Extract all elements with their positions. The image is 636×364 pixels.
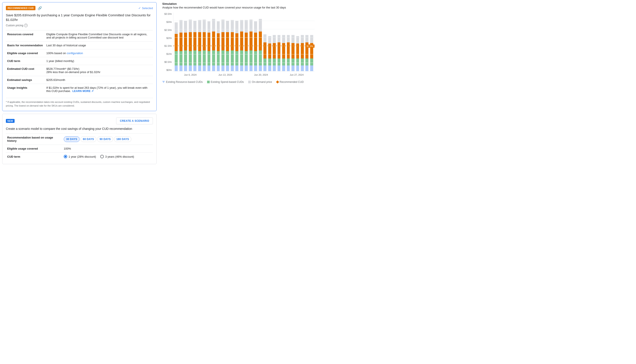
selected-label: ✓ Selected (138, 6, 153, 10)
row-label: Usage insights (6, 84, 45, 95)
radio-3-year[interactable]: 3 years (46% discount) (100, 155, 134, 158)
scenario-card: NEW CREATE A SCENARIO Create a scenario … (2, 114, 156, 164)
bar-group (198, 12, 202, 71)
bar-segment (226, 21, 229, 32)
bar-segment (175, 51, 178, 66)
bar-segment (203, 50, 206, 66)
row-value: 1 year (28% discount) 3 years (46% disco… (62, 153, 153, 161)
bar-segment (212, 66, 215, 71)
bar-segment (264, 34, 266, 42)
y-label: $2.5/hr (164, 29, 172, 31)
bar-segment (212, 50, 215, 66)
bar-segment (254, 66, 257, 71)
cud-card: RECOMMENDED CUD 🔗 ✓ Selected Save $205.6… (2, 2, 156, 111)
bar-segment (231, 66, 234, 71)
bar-segment (259, 19, 262, 32)
x-label: Jun 20, 2024 (254, 74, 268, 76)
chip-90-days[interactable]: 90 DAYS (97, 136, 113, 142)
bar-segment (310, 35, 313, 43)
scenario-title: Create a scenario model to compare the c… (6, 127, 153, 130)
bar-segment (217, 51, 220, 66)
table-row: Usage insights If $1.02/hr is spent for … (6, 84, 153, 95)
bar-segment (282, 58, 285, 66)
new-badge: NEW (6, 119, 14, 123)
chip-30-days[interactable]: 30 DAYS (64, 136, 80, 142)
card-header-left: RECOMMENDED CUD 🔗 (6, 6, 42, 10)
bar-group (202, 12, 206, 71)
bar-group (179, 12, 183, 71)
bar-segment (278, 42, 280, 58)
bar-segment (217, 66, 220, 71)
footnote: * If applicable, the recommendation take… (6, 98, 153, 108)
bar-segment (193, 21, 196, 32)
bar-segment (231, 32, 234, 50)
simulation-subtitle: Analyze how the recommended CUD would ha… (162, 6, 314, 9)
table-row: CUD term 1 year (billed monthly) (6, 57, 153, 65)
check-icon: ✓ (138, 6, 141, 10)
bar-segment (254, 21, 257, 33)
learn-more-link[interactable]: LEARN MORE ↗ (72, 90, 94, 93)
bar-segment (240, 50, 243, 66)
bar-segment (208, 51, 210, 66)
bar-group (263, 12, 267, 71)
bar-segment (198, 51, 201, 66)
bar-segment (231, 20, 234, 32)
row-value: 30 DAYS 60 DAYS 90 DAYS 180 DAYS (62, 134, 153, 145)
detail-table: Resources covered Eligible Compute Engin… (6, 30, 153, 95)
bar-segment (184, 50, 187, 66)
row-value: Last 30 days of historical usage (45, 42, 153, 49)
table-row: Eligible usage covered 100% based on con… (6, 49, 153, 57)
bar-segment (287, 66, 290, 71)
bar-segment (287, 42, 290, 58)
scenario-header: NEW CREATE A SCENARIO (6, 118, 153, 124)
table-row: Recommendation based on usage history 30… (6, 134, 153, 145)
chip-60-days[interactable]: 60 DAYS (80, 136, 96, 142)
help-icon[interactable]: ? (24, 24, 28, 27)
bar-segment (268, 58, 271, 66)
bar-segment (193, 66, 196, 71)
table-row: CUD term 1 year (28% discount) (6, 153, 153, 161)
configuration-link[interactable]: configuration (67, 52, 83, 55)
bar-segment (245, 20, 248, 32)
chip-180-days[interactable]: 180 DAYS (114, 136, 132, 142)
bar-segment (208, 66, 210, 71)
bar-group (244, 12, 248, 71)
bar-segment (282, 43, 285, 58)
x-label: Jun 6, 2024 (184, 74, 197, 76)
radio-group: 1 year (28% discount) 3 years (46% disco… (64, 155, 152, 158)
bar-group (291, 12, 295, 71)
bar-segment (212, 32, 215, 50)
right-panel: Simulation Analyze how the recommended C… (159, 0, 318, 182)
bar-segment (310, 58, 313, 66)
bar-segment (189, 20, 192, 32)
bar-group (277, 12, 281, 71)
bar-segment (203, 66, 206, 71)
y-label: $3.5/hr (164, 12, 172, 15)
bar-group (230, 12, 234, 71)
x-label: Jun 27, 2024 (290, 74, 304, 76)
bar-segment (292, 35, 294, 43)
radio-circle-unselected (100, 155, 104, 158)
bar-segment (301, 58, 304, 66)
bar-group (240, 12, 244, 71)
bar-group (254, 12, 258, 71)
bar-group (188, 12, 192, 71)
link-icon[interactable]: 🔗 (38, 6, 42, 10)
bar-segment (287, 58, 290, 66)
bar-segment (245, 51, 248, 66)
bar-segment (193, 50, 196, 66)
bar-segment (268, 36, 271, 44)
bar-segment (250, 20, 252, 32)
bar-segment (268, 66, 271, 71)
y-axis: $3.5/hr $3/hr $2.5/hr $2/hr $1.5/hr $1/h… (162, 12, 173, 71)
legend-item-spend: Existing Spend-based CUDs (207, 80, 244, 84)
bar-segment (296, 44, 299, 58)
bar-segment (217, 33, 220, 51)
row-label: Estimated CUD cost (6, 65, 45, 76)
radio-1-year[interactable]: 1 year (28% discount) (64, 155, 96, 158)
row-value: Eligible Compute Engine Flexible Committ… (45, 30, 153, 42)
bar-segment (250, 66, 252, 71)
create-scenario-button[interactable]: CREATE A SCENARIO (116, 118, 153, 124)
bar-segment (226, 51, 229, 66)
row-value: $205.63/month (45, 76, 153, 84)
